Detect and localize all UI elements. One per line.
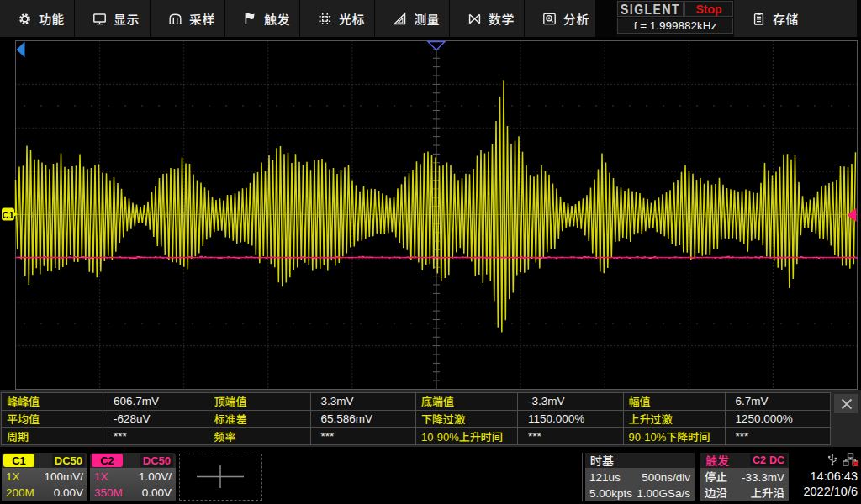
channel2-coupling: DC50 xyxy=(140,454,173,467)
empty-channel-slot[interactable] xyxy=(179,454,262,501)
status-bar: C1 DC50 1X 100mV/ 200M 0.00V C2 DC50 1X … xyxy=(0,450,861,504)
channel-info-row: 1X 100mV/ xyxy=(6,470,83,484)
measurement-cell: 10-90%上升时间*** xyxy=(415,427,624,445)
menu-item-measure[interactable]: 测量 xyxy=(375,0,449,37)
menu-item-storage[interactable]: 存储 xyxy=(734,0,857,37)
measurement-cell: 峰峰值606.7mV xyxy=(1,392,209,411)
menu-item-trigger[interactable]: 触发 xyxy=(225,0,299,37)
menu-item-analysis[interactable]: 分析 xyxy=(525,0,595,37)
menu-item-utility[interactable]: 功能 xyxy=(0,0,74,37)
sample-icon xyxy=(168,12,182,26)
measurement-label: 顶端值 xyxy=(209,393,311,410)
crosshair-icon xyxy=(318,12,332,26)
measurement-cell: 顶端值3.3mV xyxy=(209,392,417,411)
acquisition-status-box[interactable]: Stop xyxy=(684,1,733,17)
ruler-icon xyxy=(393,12,407,26)
channel2-descriptor[interactable]: C2 DC50 1X 1.00V/ 350M 0.00V xyxy=(90,453,176,501)
measurement-cell: 标准差65.586mV xyxy=(209,410,417,428)
measurement-label: 下降过激 xyxy=(416,411,518,428)
measurement-cell: 上升过激1250.000% xyxy=(623,410,832,428)
channel1-scale: 100mV/ xyxy=(44,470,83,484)
clock: 14:06:43 2022/10/6 xyxy=(803,469,858,499)
measurement-value: 6.7mV xyxy=(726,393,831,410)
channel1-coupling: DC50 xyxy=(52,454,85,467)
measurement-label: 底端值 xyxy=(416,393,518,410)
trigger-coupling-badge: DC xyxy=(767,454,787,466)
measurement-value: *** xyxy=(726,428,831,444)
timebase-label: 时基 xyxy=(585,452,614,469)
measurement-label: 平均值 xyxy=(2,411,103,428)
channel2-bandwidth: 350M xyxy=(94,486,123,500)
channel1-offset: 0.00V xyxy=(54,486,83,500)
channel-info-row: 350M 0.00V xyxy=(94,486,172,500)
info-row: 边沿 上升沿 xyxy=(705,486,784,500)
analysis-icon xyxy=(542,12,557,26)
measurement-close-button[interactable] xyxy=(834,394,858,413)
status-icons xyxy=(827,453,859,467)
timebase-delay: 121us xyxy=(589,470,621,484)
measurement-panel: 峰峰值606.7mV顶端值3.3mV底端值-3.3mV幅值6.7mV平均值-62… xyxy=(0,390,861,447)
measurement-cell: 幅值6.7mV xyxy=(623,392,832,411)
trigger-box[interactable]: 触发 C2 DC 停止 -33.3mV 边沿 上升沿 xyxy=(700,453,789,501)
close-icon xyxy=(840,398,853,410)
storage-icon xyxy=(752,12,766,26)
measurement-label: 90-10%下降时间 xyxy=(624,428,726,444)
measurement-cell: 下降过激1150.000% xyxy=(415,410,624,428)
measurement-value: *** xyxy=(311,428,416,444)
measurement-value: -3.3mV xyxy=(518,393,623,410)
measurement-label: 频率 xyxy=(209,428,311,444)
math-icon xyxy=(467,12,482,26)
trigger-label: 触发 xyxy=(700,452,729,469)
measurement-value: -628uV xyxy=(103,411,209,428)
measurement-value: *** xyxy=(518,428,623,444)
menu-bar: 功能 显示 采样 触发 光标 测量 xyxy=(0,0,861,37)
menu-item-acquire[interactable]: 采样 xyxy=(151,0,224,37)
clock-date: 2022/10/6 xyxy=(803,484,858,499)
timebase-scale: 500ns/div xyxy=(642,470,690,484)
channel2-offset: 0.00V xyxy=(142,486,172,500)
measurement-cell: 频率*** xyxy=(209,427,417,445)
measurement-cell: 90-10%下降时间*** xyxy=(623,427,832,445)
info-row: 5.00kpts 1.00GSa/s xyxy=(589,486,690,500)
channel-info-row: 200M 0.00V xyxy=(6,486,83,500)
trigger-type: 边沿 xyxy=(705,486,727,500)
menu-item-math[interactable]: 数学 xyxy=(450,0,524,37)
measurement-cell: 底端值-3.3mV xyxy=(415,392,624,411)
info-row: 121us 500ns/div xyxy=(589,470,690,484)
flag-icon xyxy=(243,12,257,26)
timebase-box[interactable]: 时基 121us 500ns/div 5.00kpts 1.00GSa/s xyxy=(585,453,695,501)
channel2-attenuation: 1X xyxy=(94,470,108,484)
siglent-logo: SIGLENT xyxy=(621,1,680,16)
measurement-table: 峰峰值606.7mV顶端值3.3mV底端值-3.3mV幅值6.7mV平均值-62… xyxy=(2,392,831,444)
measurement-value: *** xyxy=(103,428,209,444)
measurement-label: 周期 xyxy=(2,428,103,444)
statusbar-separator xyxy=(582,453,583,501)
timebase-samplerate: 1.00GSa/s xyxy=(637,486,690,500)
system-status-area: 14:06:43 2022/10/6 xyxy=(790,453,861,501)
trigger-level: -33.3mV xyxy=(742,470,784,484)
channel1-descriptor[interactable]: C1 DC50 1X 100mV/ 200M 0.00V xyxy=(2,453,87,501)
trigger-frequency: f = 1.999882kHz xyxy=(634,19,717,32)
svg-text:C1: C1 xyxy=(2,210,13,220)
channel1-attenuation: 1X xyxy=(6,470,20,484)
acquisition-status: Stop xyxy=(695,3,721,16)
logo-panel: SIGLENT Stop f = 1.999882kHz xyxy=(616,0,734,37)
channel-info-row: 1X 1.00V/ xyxy=(94,470,172,484)
menu-item-display[interactable]: 显示 xyxy=(75,0,150,37)
measurement-value: 1150.000% xyxy=(518,411,623,428)
clock-time: 14:06:43 xyxy=(803,469,858,484)
channel2-scale: 1.00V/ xyxy=(139,470,172,484)
lan-disconnected-icon[interactable] xyxy=(843,453,859,467)
measurement-value: 65.586mV xyxy=(311,411,416,428)
menu-item-cursors[interactable]: 光标 xyxy=(300,0,374,37)
display-icon xyxy=(92,12,107,26)
channel1-bandwidth: 200M xyxy=(6,486,34,500)
measurement-label: 标准差 xyxy=(209,411,311,428)
timebase-points: 5.00kpts xyxy=(589,486,632,500)
measurement-value: 3.3mV xyxy=(311,393,416,410)
trigger-slope: 上升沿 xyxy=(751,486,785,500)
measurement-label: 幅值 xyxy=(624,393,726,410)
usb-icon[interactable] xyxy=(827,453,838,466)
channel1-badge: C1 xyxy=(3,454,34,467)
measurement-label: 10-90%上升时间 xyxy=(416,428,518,444)
